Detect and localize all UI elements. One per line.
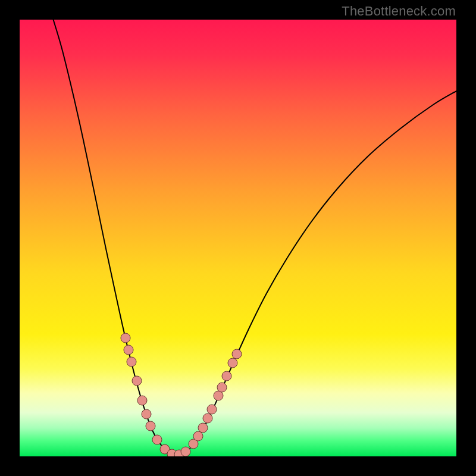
marker-point: [222, 371, 231, 381]
marker-point: [198, 423, 208, 433]
marker-point: [137, 396, 147, 405]
marker-point: [217, 383, 227, 392]
marker-point: [152, 435, 162, 444]
curve-layer: [20, 20, 456, 456]
marker-point: [232, 349, 242, 359]
marker-point: [132, 376, 142, 386]
bottleneck-curve-left: [52, 20, 176, 455]
marker-point: [193, 431, 203, 441]
marker-point: [146, 421, 155, 431]
marker-point: [207, 405, 217, 414]
marker-point: [142, 409, 151, 419]
marker-point: [124, 345, 133, 355]
chart-stage: TheBottleneck.com: [0, 0, 476, 476]
marker-point: [228, 358, 237, 368]
watermark-text: TheBottleneck.com: [342, 4, 456, 19]
marker-point: [181, 447, 190, 456]
marker-point: [203, 414, 212, 423]
marker-point: [121, 333, 130, 343]
marker-point: [127, 357, 136, 367]
plot-area: [20, 20, 456, 456]
